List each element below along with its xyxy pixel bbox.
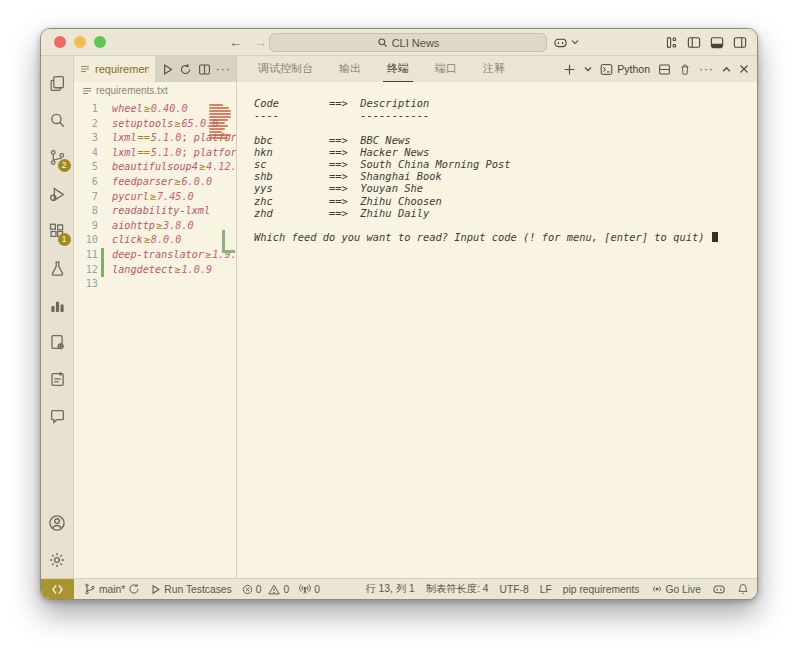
ports-status[interactable]: 0 xyxy=(299,583,320,595)
terminal-line: zhd ==> Zhihu Daily xyxy=(254,207,757,219)
panel-tab-inactive[interactable]: 调试控制台 xyxy=(254,56,317,82)
broadcast-icon xyxy=(651,583,663,595)
minimap-line-mark xyxy=(209,107,229,109)
panel-tab-active[interactable]: 终端 xyxy=(383,56,413,82)
notifications-button[interactable] xyxy=(737,583,749,595)
code-text: langdetect≥1.0.9 xyxy=(104,263,212,278)
code-text: click≥8.0.0 xyxy=(104,233,181,248)
panel-more-actions-button[interactable]: ··· xyxy=(699,62,714,76)
minimize-window-button[interactable] xyxy=(74,36,86,48)
settings-button[interactable] xyxy=(41,541,74,578)
code-line: 11deep-translator≥1.9.0 xyxy=(74,248,236,263)
go-live-label: Go Live xyxy=(666,584,702,595)
run-file-button[interactable] xyxy=(161,63,174,76)
extensions-badge: 1 xyxy=(58,233,71,246)
close-panel-icon[interactable] xyxy=(739,64,749,74)
sidebar-item-run-debug[interactable] xyxy=(41,176,74,213)
sidebar-item-extensions[interactable]: 1 xyxy=(41,213,74,250)
play-icon xyxy=(150,584,161,595)
code-token: readability-lxml xyxy=(112,205,210,216)
cursor-position-status[interactable]: 行 13, 列 1 xyxy=(365,582,414,596)
panel-header: 调试控制台输出终端端口注释 Python xyxy=(237,56,757,82)
source-control-badge: 2 xyxy=(58,159,71,172)
minimap-line-mark xyxy=(209,119,228,121)
history-forward-icon[interactable]: → xyxy=(254,35,267,50)
rerun-button[interactable] xyxy=(179,63,192,76)
branch-status[interactable]: main* xyxy=(84,583,140,595)
code-editor[interactable]: 1wheel≥0.40.02setuptools≥65.0.03lxml==5.… xyxy=(74,99,236,578)
error-icon xyxy=(242,584,253,595)
sidebar-item-project-settings[interactable] xyxy=(41,324,74,361)
kill-terminal-button[interactable] xyxy=(679,63,691,76)
terminal-profile[interactable]: Python xyxy=(600,63,650,76)
editor-tab-bar: requirements ··· xyxy=(74,56,236,82)
code-token: ≥ xyxy=(143,234,151,245)
language-mode-status[interactable]: pip requirements xyxy=(563,584,640,595)
code-token: == xyxy=(137,147,151,158)
search-icon xyxy=(49,112,66,129)
line-number: 9 xyxy=(74,219,98,234)
split-editor-button[interactable] xyxy=(198,63,211,76)
eol-status[interactable]: LF xyxy=(540,584,552,595)
toggle-primary-sidebar-icon[interactable] xyxy=(687,36,701,49)
command-center-search[interactable]: CLI News xyxy=(269,33,547,52)
panel-tab-inactive[interactable]: 注释 xyxy=(479,56,509,82)
code-text xyxy=(104,277,112,292)
minimap[interactable] xyxy=(209,104,233,140)
maximize-panel-icon[interactable] xyxy=(722,66,731,73)
panel-tab-inactive[interactable]: 端口 xyxy=(431,56,461,82)
sidebar-item-explorer[interactable] xyxy=(41,65,74,102)
code-line: 10click≥8.0.0 xyxy=(74,233,236,248)
panel: 调试控制台输出终端端口注释 Python xyxy=(237,56,757,578)
toggle-panel-icon[interactable] xyxy=(710,36,724,49)
sidebar-item-source-control[interactable]: 2 xyxy=(41,139,74,176)
minimap-line-mark xyxy=(209,137,228,139)
git-branch-icon xyxy=(84,583,96,595)
terminal-line: shb ==> Shanghai Book xyxy=(254,170,757,182)
toggle-secondary-sidebar-icon[interactable] xyxy=(733,36,747,49)
breadcrumb[interactable]: requirements.txt xyxy=(74,82,236,99)
customize-layout-icon[interactable] xyxy=(665,36,678,49)
sidebar-item-comments[interactable] xyxy=(41,398,74,435)
panel-tab-inactive[interactable]: 输出 xyxy=(335,56,365,82)
split-terminal-button[interactable] xyxy=(658,63,671,76)
sidebar-item-notes[interactable] xyxy=(41,361,74,398)
history-back-icon[interactable]: ← xyxy=(229,35,242,50)
titlebar: ← → CLI News xyxy=(41,29,757,56)
zoom-window-button[interactable] xyxy=(94,36,106,48)
editor-group: requirements ··· xyxy=(74,56,237,578)
code-token: click xyxy=(112,234,143,245)
line-number: 6 xyxy=(74,175,98,190)
ports-count: 0 xyxy=(314,584,320,595)
more-actions-button[interactable]: ··· xyxy=(216,62,231,76)
code-token: beautifulsoup4 xyxy=(112,161,198,172)
code-text: readability-lxml xyxy=(104,204,210,219)
code-token: 5.1.0 xyxy=(151,147,182,158)
minimap-line-mark xyxy=(209,131,222,133)
code-token: 6.0.0 xyxy=(181,176,212,187)
minimap-line-mark xyxy=(209,110,231,112)
terminal-line: Which feed do you want to read? Input co… xyxy=(254,231,757,243)
new-terminal-button[interactable] xyxy=(563,63,576,76)
go-live-button[interactable]: Go Live xyxy=(651,583,702,595)
terminal-output[interactable]: Code ==> Description---- ----------- bbc… xyxy=(237,82,757,578)
copilot-menu[interactable] xyxy=(553,36,579,49)
tab-requirements[interactable]: requirements xyxy=(74,56,156,82)
indentation-status[interactable]: 制表符长度: 4 xyxy=(426,582,489,596)
sidebar-item-profiler[interactable] xyxy=(41,287,74,324)
chevron-down-icon xyxy=(571,39,579,45)
run-testcases-button[interactable]: Run Testcases xyxy=(150,584,231,595)
copilot-status[interactable] xyxy=(712,583,726,595)
close-window-button[interactable] xyxy=(54,36,66,48)
sidebar-item-testing[interactable] xyxy=(41,250,74,287)
sidebar-item-search[interactable] xyxy=(41,102,74,139)
terminal-cursor xyxy=(712,232,718,242)
problems-status[interactable]: 0 0 xyxy=(242,584,289,595)
code-token: aiohttp xyxy=(112,220,155,231)
remote-indicator[interactable] xyxy=(41,579,74,599)
accounts-button[interactable] xyxy=(41,504,74,541)
encoding-status[interactable]: UTF-8 xyxy=(500,584,529,595)
terminal-line: ---- ----------- xyxy=(254,109,757,121)
account-icon xyxy=(48,514,66,532)
terminal-dropdown-chevron-icon[interactable] xyxy=(584,66,592,72)
